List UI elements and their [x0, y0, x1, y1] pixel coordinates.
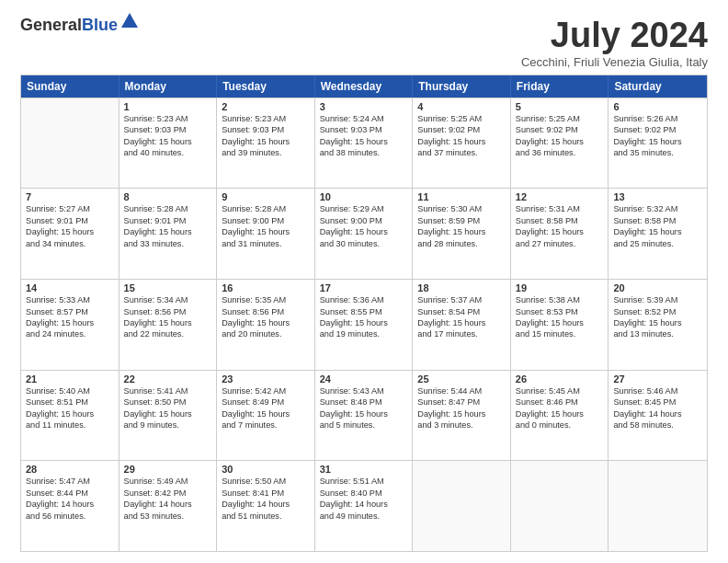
- cal-cell: [21, 98, 119, 189]
- cell-line: Sunrise: 5:43 AM: [320, 385, 408, 396]
- cal-cell: 2Sunrise: 5:23 AMSunset: 9:03 PMDaylight…: [217, 98, 315, 189]
- cell-line: and 34 minutes.: [26, 238, 114, 249]
- day-number: 24: [320, 373, 408, 385]
- cell-line: Sunset: 9:01 PM: [124, 215, 212, 226]
- day-number: 6: [613, 101, 702, 112]
- day-number: 25: [417, 373, 506, 385]
- cell-line: Sunrise: 5:41 AM: [124, 385, 212, 396]
- cell-line: and 49 minutes.: [320, 511, 408, 522]
- cell-line: Sunset: 8:59 PM: [417, 215, 506, 226]
- day-number: 26: [516, 373, 604, 385]
- cal-cell: 22Sunrise: 5:41 AMSunset: 8:50 PMDayligh…: [119, 371, 218, 461]
- cell-line: and 39 minutes.: [222, 147, 310, 158]
- cell-line: Sunrise: 5:40 AM: [26, 385, 114, 396]
- cell-line: and 27 minutes.: [516, 238, 604, 249]
- day-number: 21: [26, 373, 114, 385]
- cell-line: and 0 minutes.: [516, 419, 604, 431]
- cell-line: Sunset: 8:44 PM: [26, 488, 114, 499]
- cell-line: Sunset: 8:55 PM: [320, 306, 408, 317]
- cell-line: Sunset: 8:56 PM: [124, 306, 212, 317]
- day-number: 11: [417, 191, 506, 202]
- week-row-3: 14Sunrise: 5:33 AMSunset: 8:57 PMDayligh…: [21, 279, 707, 370]
- cell-line: Sunrise: 5:38 AM: [516, 294, 604, 305]
- cell-line: Sunrise: 5:37 AM: [417, 294, 506, 305]
- cell-line: and 9 minutes.: [124, 419, 212, 431]
- cell-line: Daylight: 15 hours: [124, 136, 212, 147]
- cell-line: Sunset: 8:42 PM: [124, 488, 212, 499]
- cal-cell: 19Sunrise: 5:38 AMSunset: 8:53 PMDayligh…: [511, 280, 609, 370]
- cell-line: Sunrise: 5:27 AM: [26, 203, 114, 214]
- week-row-1: 1Sunrise: 5:23 AMSunset: 9:03 PMDaylight…: [21, 98, 707, 189]
- cell-line: Sunrise: 5:49 AM: [124, 476, 212, 487]
- svg-marker-0: [121, 13, 138, 28]
- day-number: 7: [26, 191, 114, 202]
- cal-cell: 31Sunrise: 5:51 AMSunset: 8:40 PMDayligh…: [315, 461, 414, 551]
- cell-line: Sunrise: 5:35 AM: [222, 294, 310, 305]
- cell-line: and 20 minutes.: [222, 328, 310, 339]
- cell-line: Sunrise: 5:44 AM: [417, 385, 506, 396]
- day-number: 20: [613, 282, 702, 293]
- cell-line: Daylight: 15 hours: [124, 408, 212, 419]
- location: Cecchini, Friuli Venezia Giulia, Italy: [521, 55, 708, 69]
- cal-cell: 30Sunrise: 5:50 AMSunset: 8:41 PMDayligh…: [217, 461, 315, 551]
- cell-line: Daylight: 15 hours: [417, 136, 506, 147]
- cell-line: Sunset: 8:48 PM: [320, 396, 408, 408]
- cell-line: and 31 minutes.: [222, 238, 310, 249]
- calendar-body: 1Sunrise: 5:23 AMSunset: 9:03 PMDaylight…: [21, 98, 707, 551]
- cell-line: Sunrise: 5:25 AM: [417, 113, 506, 124]
- day-number: 29: [124, 464, 212, 475]
- cell-line: Daylight: 15 hours: [417, 226, 506, 237]
- cell-line: Sunrise: 5:34 AM: [124, 294, 212, 305]
- header: GeneralBlue July 2024 Cecchini, Friuli V…: [20, 17, 708, 69]
- cell-line: and 11 minutes.: [26, 419, 114, 431]
- cal-cell: 1Sunrise: 5:23 AMSunset: 9:03 PMDaylight…: [119, 98, 218, 189]
- cell-line: and 25 minutes.: [613, 238, 702, 249]
- cell-line: Daylight: 14 hours: [26, 499, 114, 510]
- cal-cell: 8Sunrise: 5:28 AMSunset: 9:01 PMDaylight…: [119, 189, 218, 279]
- day-number: 28: [26, 464, 114, 475]
- cell-line: Sunset: 8:50 PM: [124, 396, 212, 408]
- cell-line: and 22 minutes.: [124, 328, 212, 339]
- title-block: July 2024 Cecchini, Friuli Venezia Giuli…: [521, 17, 708, 69]
- cell-line: and 38 minutes.: [320, 147, 408, 158]
- cell-line: and 19 minutes.: [320, 328, 408, 339]
- cell-line: and 53 minutes.: [124, 511, 212, 522]
- cell-line: Sunset: 9:00 PM: [320, 215, 408, 226]
- cell-line: and 33 minutes.: [124, 238, 212, 249]
- cal-cell: 11Sunrise: 5:30 AMSunset: 8:59 PMDayligh…: [413, 189, 511, 279]
- cell-line: and 15 minutes.: [516, 328, 604, 339]
- cell-line: and 30 minutes.: [320, 238, 408, 249]
- day-number: 1: [124, 101, 212, 112]
- cell-line: Daylight: 15 hours: [222, 317, 310, 328]
- cell-line: Daylight: 15 hours: [516, 226, 604, 237]
- cell-line: Sunrise: 5:50 AM: [222, 476, 310, 487]
- cell-line: and 51 minutes.: [222, 511, 310, 522]
- day-number: 15: [124, 282, 212, 293]
- cell-line: Sunset: 8:52 PM: [613, 306, 702, 317]
- cal-cell: 24Sunrise: 5:43 AMSunset: 8:48 PMDayligh…: [315, 371, 414, 461]
- day-number: 9: [222, 191, 310, 202]
- cell-line: Sunrise: 5:24 AM: [320, 113, 408, 124]
- cell-line: and 40 minutes.: [124, 147, 212, 158]
- cell-line: Sunrise: 5:28 AM: [222, 203, 310, 214]
- cell-line: Daylight: 15 hours: [613, 136, 702, 147]
- cell-line: Daylight: 15 hours: [516, 136, 604, 147]
- cal-cell: 16Sunrise: 5:35 AMSunset: 8:56 PMDayligh…: [217, 280, 315, 370]
- week-row-5: 28Sunrise: 5:47 AMSunset: 8:44 PMDayligh…: [21, 460, 707, 551]
- cell-line: Sunrise: 5:47 AM: [26, 476, 114, 487]
- header-day-monday: Monday: [119, 75, 218, 98]
- cal-cell: 17Sunrise: 5:36 AMSunset: 8:55 PMDayligh…: [315, 280, 414, 370]
- day-number: 17: [320, 282, 408, 293]
- cell-line: Daylight: 15 hours: [320, 226, 408, 237]
- cell-line: Daylight: 15 hours: [222, 408, 310, 419]
- day-number: 12: [516, 191, 604, 202]
- day-number: 10: [320, 191, 408, 202]
- cell-line: Sunset: 9:01 PM: [26, 215, 114, 226]
- header-day-wednesday: Wednesday: [315, 75, 414, 98]
- cell-line: Sunrise: 5:42 AM: [222, 385, 310, 396]
- cell-line: Daylight: 15 hours: [26, 408, 114, 419]
- cell-line: Daylight: 15 hours: [417, 408, 506, 419]
- cell-line: Daylight: 15 hours: [124, 226, 212, 237]
- cal-cell: [413, 461, 511, 551]
- cal-cell: 14Sunrise: 5:33 AMSunset: 8:57 PMDayligh…: [21, 280, 119, 370]
